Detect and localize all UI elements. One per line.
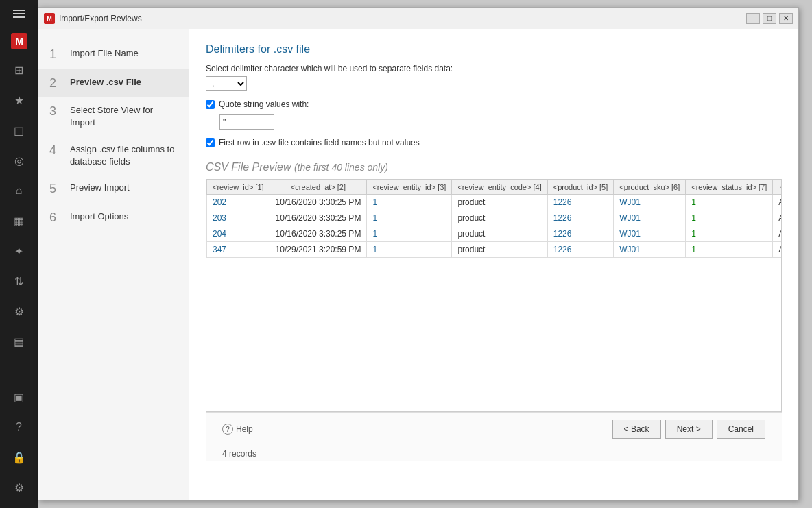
cell-entity-code: product: [452, 242, 547, 258]
back-button[interactable]: < Back: [612, 420, 661, 439]
col-review-status-id: <review_status_id> [7]: [686, 180, 773, 195]
logo-icon: M: [10, 32, 29, 51]
cell-extra: App: [773, 226, 782, 242]
nav-icon-lock[interactable]: 🔒: [0, 442, 38, 472]
app-logo: M: [0, 27, 38, 55]
records-count: 4 records: [206, 446, 782, 461]
cell-created-at: 10/16/2020 3:30:25 PM: [270, 210, 367, 226]
outer-nav-top: M ⊞ ★ ◫ ◎ ⌂ ▦ ✦ ⇅ ⚙ ▤: [0, 0, 38, 356]
cell-created-at: 10/16/2020 3:30:25 PM: [270, 226, 367, 242]
table-row: 203 10/16/2020 3:30:25 PM 1 product 1226…: [207, 210, 783, 226]
wizard-step-4[interactable]: 4 Assign .csv file columns to database f…: [38, 136, 189, 175]
nav-icon-grid[interactable]: ⊞: [0, 55, 38, 85]
cell-product-sku: WJ01: [614, 210, 686, 226]
table-row: 202 10/16/2020 3:30:25 PM 1 product 1226…: [207, 195, 783, 210]
preview-table: <review_id> [1] <created_at> [2] <review…: [206, 180, 782, 258]
minimize-button[interactable]: —: [746, 13, 760, 24]
wizard-sidebar: 1 Import File Name 2 Preview .csv File 3…: [38, 29, 189, 500]
step-5-number: 5: [49, 182, 63, 197]
csv-preview-title-main: CSV File Preview: [206, 161, 291, 173]
cell-product-id: 1226: [547, 210, 614, 226]
hamburger-icon: [13, 10, 25, 18]
app-body: 1 Import File Name 2 Preview .csv File 3…: [38, 29, 798, 500]
step-1-label: Import File Name: [70, 47, 139, 60]
svg-text:M: M: [15, 36, 23, 47]
firstrow-checkbox-row: First row in .csv file contains field na…: [206, 138, 782, 147]
delimiter-select[interactable]: , ; | Tab: [206, 76, 247, 91]
maximize-button[interactable]: □: [763, 13, 776, 24]
window-title: Import/Export Reviews: [59, 14, 142, 23]
cell-review-id: 203: [207, 210, 270, 226]
quote-checkbox[interactable]: [206, 100, 215, 109]
help-label: Help: [236, 424, 253, 434]
title-bar-controls: — □ ✕: [746, 13, 793, 24]
quote-input[interactable]: [219, 114, 274, 130]
nav-icon-wrench[interactable]: ⚙: [0, 296, 38, 326]
step-6-number: 6: [49, 210, 63, 226]
nav-icon-print[interactable]: ▣: [0, 382, 38, 412]
cell-product-sku: WJ01: [614, 195, 686, 210]
delimiter-select-row: Select delimiter character which will be…: [206, 64, 782, 91]
nav-icon-arrows[interactable]: ⇅: [0, 266, 38, 296]
cell-entity-id: 1: [367, 226, 452, 242]
preview-table-wrapper[interactable]: <review_id> [1] <created_at> [2] <review…: [206, 179, 782, 412]
help-link[interactable]: ? Help: [222, 424, 253, 435]
cancel-button[interactable]: Cancel: [717, 420, 765, 439]
wizard-step-2[interactable]: 2 Preview .csv File: [38, 69, 189, 98]
delimiter-section-title: Delimiters for .csv file: [206, 43, 782, 56]
step-2-number: 2: [49, 76, 63, 91]
cell-entity-code: product: [452, 195, 547, 210]
footer-bar: ? Help < Back Next > Cancel: [206, 412, 782, 446]
col-product-id: <product_id> [5]: [547, 180, 614, 195]
firstrow-checkbox-label: First row in .csv file contains field na…: [219, 138, 420, 147]
cell-status-id: 1: [686, 226, 773, 242]
col-product-sku: <product_sku> [6]: [614, 180, 686, 195]
step-3-number: 3: [49, 104, 63, 119]
wizard-step-1[interactable]: 1 Import File Name: [38, 40, 189, 69]
col-review-id: <review_id> [1]: [207, 180, 270, 195]
quote-checkbox-label: Quote string values with:: [219, 99, 309, 109]
wizard-step-5[interactable]: 5 Preview Import: [38, 175, 189, 204]
step-4-label: Assign .csv file columns to database fie…: [70, 143, 178, 168]
nav-icon-customers[interactable]: ◎: [0, 145, 38, 176]
csv-preview-title-sub: (the first 40 lines only): [294, 162, 388, 173]
quote-checkbox-row: Quote string values with:: [206, 99, 782, 109]
cell-product-id: 1226: [547, 226, 614, 242]
cell-product-sku: WJ01: [614, 242, 686, 258]
help-icon: ?: [222, 424, 233, 435]
footer-buttons: < Back Next > Cancel: [612, 420, 765, 439]
col-review-entity-code: <review_entity_code> [4]: [452, 180, 547, 195]
nav-icon-puzzle[interactable]: ✦: [0, 236, 38, 266]
cell-status-id: 1: [686, 210, 773, 226]
step-3-label: Select Store View for Import: [70, 104, 178, 129]
step-4-number: 4: [49, 143, 63, 158]
cell-entity-id: 1: [367, 242, 452, 258]
col-extra: <re: [773, 180, 782, 195]
close-button[interactable]: ✕: [779, 13, 793, 24]
step-2-label: Preview .csv File: [70, 76, 141, 88]
nav-icon-house[interactable]: ⌂: [0, 176, 38, 206]
step-6-label: Import Options: [70, 210, 128, 223]
nav-icon-star[interactable]: ★: [0, 85, 38, 115]
wizard-step-6[interactable]: 6 Import Options: [38, 204, 189, 232]
main-content: Delimiters for .csv file Select delimite…: [189, 29, 798, 500]
outer-nav-bottom: ▣ ? 🔒 ⚙: [0, 382, 38, 508]
delimiter-select-wrapper: , ; | Tab: [206, 76, 782, 91]
next-button[interactable]: Next >: [665, 420, 713, 439]
nav-icon-chart[interactable]: ▦: [0, 206, 38, 236]
delimiter-label: Select delimiter character which will be…: [206, 64, 782, 73]
nav-icon-settings[interactable]: ⚙: [0, 472, 38, 503]
cell-status-id: 1: [686, 242, 773, 258]
nav-icon-help-bottom[interactable]: ?: [0, 412, 38, 442]
cell-entity-id: 1: [367, 195, 452, 210]
cell-review-id: 204: [207, 226, 270, 242]
csv-preview-title: CSV File Preview (the first 40 lines onl…: [206, 161, 782, 173]
step-1-number: 1: [49, 47, 63, 62]
cell-extra: App: [773, 210, 782, 226]
wizard-step-3[interactable]: 3 Select Store View for Import: [38, 97, 189, 136]
table-body: 202 10/16/2020 3:30:25 PM 1 product 1226…: [207, 195, 783, 258]
hamburger-menu[interactable]: [0, 0, 38, 27]
firstrow-checkbox[interactable]: [206, 138, 215, 147]
nav-icon-layers[interactable]: ▤: [0, 326, 38, 356]
nav-icon-orders[interactable]: ◫: [0, 115, 38, 145]
